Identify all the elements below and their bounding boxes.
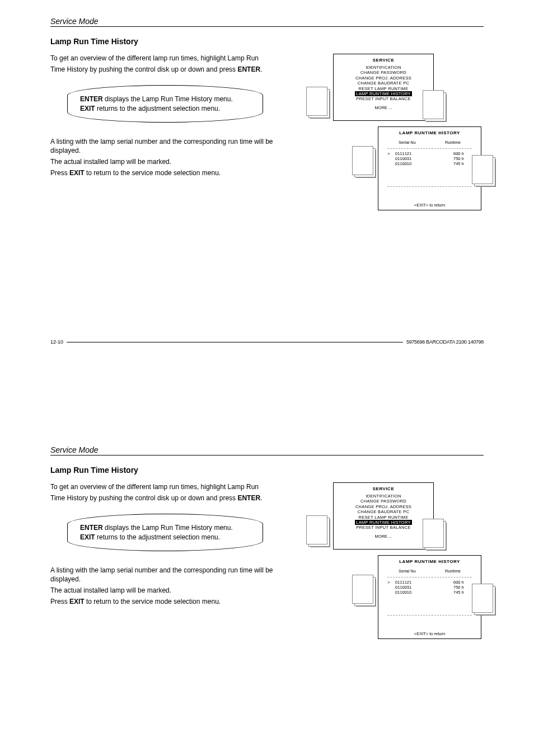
figure-column: SERVICE IDENTIFICATION CHANGE PASSWORD C… xyxy=(302,482,484,650)
osd-item: CHANGE BAUDRATE PC xyxy=(334,81,433,86)
subsection-title: Lamp Run Time History xyxy=(50,37,484,46)
osd-history-rows: > 0111121 600 h 0110031 750 h 0110010 xyxy=(384,579,475,595)
footer-rule xyxy=(67,342,403,342)
osd-history-header: Serial No Runtime xyxy=(384,566,475,576)
callout-line2: EXIT returns to the adjustment selection… xyxy=(80,533,250,542)
body-p3: Press EXIT to return to the service mode… xyxy=(50,168,274,177)
intro-line1: To get an overview of the different lamp… xyxy=(50,482,274,491)
body-p3c: to return to the service mode selection … xyxy=(85,598,221,605)
divider xyxy=(387,186,472,187)
body-p1: A listing with the lamp serial number an… xyxy=(50,137,274,155)
osd-item: CHANGE PASSWORD xyxy=(334,499,433,504)
callout-line1: ENTER displays the Lamp Run Time History… xyxy=(80,95,250,104)
col-serial: Serial No xyxy=(399,569,416,574)
row-marker xyxy=(387,161,395,166)
osd-item: RESET LAMP RUNTIME xyxy=(334,86,433,91)
osd-exit-hint: <EXIT> to return xyxy=(378,203,481,208)
pageturn-icon xyxy=(310,91,330,119)
osd-item: CHANGE PROJ. ADDRESS xyxy=(334,76,433,81)
callout-l1b: displays the Lamp Run Time History menu. xyxy=(103,524,233,532)
callout-line2: EXIT returns to the adjustment selection… xyxy=(80,104,250,113)
osd-item-highlight: LAMP RUNTIME HISTORY xyxy=(355,520,412,525)
body-exit: EXIT xyxy=(69,169,85,177)
pageturn-icon xyxy=(310,519,330,547)
row-marker: > xyxy=(387,580,395,585)
table-row: 0110010 745 h xyxy=(387,161,472,166)
osd-item: CHANGE BAUDRATE PC xyxy=(334,509,433,514)
divider xyxy=(387,615,472,616)
callout-enter: ENTER xyxy=(80,95,103,103)
figure-column: SERVICE IDENTIFICATION CHANGE PASSWORD C… xyxy=(302,54,484,222)
intro-line2c: . xyxy=(260,65,262,73)
section-header: Service Mode xyxy=(50,445,484,456)
row-serial: 0111121 xyxy=(395,151,440,156)
body-p3a: Press xyxy=(50,169,69,177)
callout-bubble: ENTER displays the Lamp Run Time History… xyxy=(67,85,263,122)
pageturn-icon xyxy=(427,94,447,122)
osd-exit-hint: <EXIT> to return xyxy=(378,631,481,636)
divider xyxy=(387,577,472,577)
row-marker: > xyxy=(387,151,395,156)
osd-more: MORE ... xyxy=(334,105,433,110)
text-column: To get an overview of the different lamp… xyxy=(50,54,274,222)
body-p3c: to return to the service mode selection … xyxy=(85,169,221,177)
osd-history-rows: > 0111121 600 h 0110031 750 h 0110010 xyxy=(384,150,475,166)
doc-id: 5975696 BARCODATA 2100 140798 xyxy=(406,339,484,345)
divider xyxy=(387,148,472,149)
osd-item-highlight: LAMP RUNTIME HISTORY xyxy=(355,91,412,96)
osd-item: IDENTIFICATION xyxy=(334,494,433,499)
row-marker xyxy=(387,585,395,590)
osd-history-grid: Serial No Runtime > 0111121 600 h 011003… xyxy=(378,566,481,616)
page-number: 12-10 xyxy=(50,339,63,345)
table-row: 0110031 750 h xyxy=(387,585,472,590)
osd-service-title: SERVICE xyxy=(334,486,433,491)
osd-item: CHANGE PASSWORD xyxy=(334,70,433,75)
row-serial: 0110031 xyxy=(395,585,440,590)
callout-bubble: ENTER displays the Lamp Run Time History… xyxy=(67,514,263,551)
section-header: Service Mode xyxy=(50,17,484,27)
osd-history-title: LAMP RUNTIME HISTORY xyxy=(378,130,481,135)
intro-line2: Time History by pushing the control disk… xyxy=(50,494,274,503)
osd-item: PRESET INPUT BALANCE xyxy=(334,525,433,530)
content-row: To get an overview of the different lamp… xyxy=(50,54,484,222)
body-exit: EXIT xyxy=(69,598,85,605)
row-serial: 0110010 xyxy=(395,161,440,166)
osd-item: RESET LAMP RUNTIME xyxy=(334,515,433,520)
row-marker xyxy=(387,590,395,595)
intro-line2: Time History by pushing the control disk… xyxy=(50,65,274,74)
row-runtime: 745 h xyxy=(440,590,472,595)
intro-enter: ENTER xyxy=(237,65,260,73)
callout-enter: ENTER xyxy=(80,524,103,532)
content-row: To get an overview of the different lamp… xyxy=(50,482,484,650)
body-p2: The actual installed lamp will be marked… xyxy=(50,586,274,595)
intro-line2a: Time History by pushing the control disk… xyxy=(50,65,237,73)
callout-exit: EXIT xyxy=(80,105,95,112)
manual-page: Service Mode Lamp Run Time History To ge… xyxy=(0,429,534,756)
callout-l1b: displays the Lamp Run Time History menu. xyxy=(103,95,233,103)
pageturn-icon xyxy=(427,523,447,551)
intro-line2c: . xyxy=(260,494,262,502)
col-serial: Serial No xyxy=(399,140,416,145)
osd-service-title: SERVICE xyxy=(334,58,433,63)
col-runtime: Runtime xyxy=(445,140,461,145)
row-runtime: 745 h xyxy=(440,161,472,166)
subsection-title: Lamp Run Time History xyxy=(50,466,484,475)
osd-item: PRESET INPUT BALANCE xyxy=(334,96,433,101)
pageturn-icon xyxy=(356,579,376,607)
callout-l2b: returns to the adjustment selection menu… xyxy=(95,105,220,112)
callout-l2b: returns to the adjustment selection menu… xyxy=(95,533,220,541)
osd-service-menu: SERVICE IDENTIFICATION CHANGE PASSWORD C… xyxy=(333,482,434,550)
callout-exit: EXIT xyxy=(80,533,95,541)
intro-line2a: Time History by pushing the control disk… xyxy=(50,494,237,502)
osd-service-items: IDENTIFICATION CHANGE PASSWORD CHANGE PR… xyxy=(334,494,433,530)
table-row: > 0111121 600 h xyxy=(387,151,472,156)
text-column: To get an overview of the different lamp… xyxy=(50,482,274,650)
row-marker xyxy=(387,156,395,161)
osd-history-menu: LAMP RUNTIME HISTORY Serial No Runtime >… xyxy=(378,555,481,639)
table-row: 0110031 750 h xyxy=(387,156,472,161)
page-footer: 12-10 5975696 BARCODATA 2100 140798 xyxy=(50,339,484,345)
pageturn-icon xyxy=(476,159,496,187)
body-p3: Press EXIT to return to the service mode… xyxy=(50,597,274,606)
pageturn-icon xyxy=(356,150,376,178)
row-serial: 0110010 xyxy=(395,590,440,595)
